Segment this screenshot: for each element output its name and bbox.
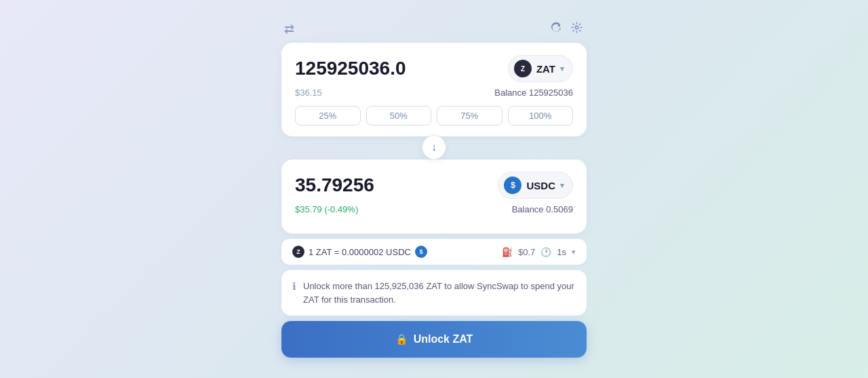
to-token-chevron: ▾	[560, 181, 564, 190]
to-card-top: $ USDC ▾	[295, 172, 573, 199]
to-card: $ USDC ▾ $35.79 (-0.49%) Balance 0.5069	[281, 159, 587, 233]
unlock-zat-button[interactable]: 🔒 Unlock ZAT	[281, 321, 587, 358]
to-usd-value: $35.79 (-0.49%)	[295, 204, 358, 214]
to-card-bottom: $35.79 (-0.49%) Balance 0.5069	[295, 204, 573, 214]
to-amount-input[interactable]	[295, 174, 465, 196]
notice-card: ℹ Unlock more than 125,925,036 ZAT to al…	[281, 270, 587, 316]
from-card-top: Z ZAT ▾	[295, 55, 573, 82]
swap-arrow-container: ↓	[281, 135, 587, 159]
gas-label: $0.7	[518, 247, 535, 257]
settings-button[interactable]	[570, 20, 584, 37]
top-bar-left: ⇄	[284, 22, 294, 37]
settings-icon	[571, 22, 583, 33]
rate-right[interactable]: ⛽ $0.7 🕐 1s ▾	[502, 247, 576, 257]
notice-icon: ℹ	[292, 280, 296, 292]
unlock-button-label: Unlock ZAT	[414, 333, 473, 345]
lock-icon: 🔒	[395, 333, 408, 345]
time-label: 1s	[557, 247, 566, 257]
time-icon: 🕐	[540, 247, 551, 257]
to-usd-change: (-0.49%)	[324, 204, 358, 214]
pct-75-button[interactable]: 75%	[437, 106, 502, 126]
to-balance-value: 0.5069	[546, 204, 573, 214]
from-balance-label: Balance	[494, 88, 526, 98]
zat-token-icon: Z	[514, 60, 532, 77]
refresh-icon	[551, 22, 561, 33]
svg-point-0	[575, 26, 578, 29]
gas-icon: ⛽	[502, 247, 513, 257]
top-bar: ⇄	[281, 20, 587, 43]
rate-bar: Z 1 ZAT = 0.0000002 USDC $ ⛽ $0.7 🕐 1s ▾	[281, 239, 587, 265]
swap-mode-icon[interactable]: ⇄	[284, 22, 294, 37]
usdc-token-icon: $	[504, 176, 521, 194]
from-usd-value: $36.15	[295, 88, 322, 98]
pct-100-button[interactable]: 100%	[508, 106, 574, 126]
swap-direction-button[interactable]: ↓	[422, 135, 446, 159]
swap-arrow-icon: ↓	[431, 141, 437, 153]
to-token-selector[interactable]: $ USDC ▾	[498, 172, 573, 199]
from-token-selector[interactable]: Z ZAT ▾	[508, 55, 573, 82]
pct-buttons: 25% 50% 75% 100%	[295, 106, 573, 126]
to-balance: Balance 0.5069	[512, 204, 573, 214]
to-balance-label: Balance	[512, 204, 544, 214]
to-usd-amount: $35.79	[295, 204, 322, 214]
pct-25-button[interactable]: 25%	[295, 106, 361, 126]
from-balance-value: 125925036	[529, 88, 573, 98]
notice-text: Unlock more than 125,925,036 ZAT to allo…	[303, 280, 576, 306]
rate-left: Z 1 ZAT = 0.0000002 USDC $	[292, 246, 427, 258]
refresh-button[interactable]	[549, 21, 563, 37]
rate-chevron: ▾	[572, 248, 576, 257]
rate-usdc-icon: $	[415, 246, 427, 258]
from-card-bottom: $36.15 Balance 125925036	[295, 88, 573, 98]
from-card: Z ZAT ▾ $36.15 Balance 125925036 25% 50%…	[281, 43, 587, 136]
swap-widget: ⇄ Z ZAT ▾ $3	[281, 20, 587, 358]
rate-zat-icon: Z	[292, 246, 304, 258]
from-token-name: ZAT	[536, 63, 555, 75]
pct-50-button[interactable]: 50%	[366, 106, 432, 126]
rate-text: 1 ZAT = 0.0000002 USDC	[309, 247, 411, 257]
top-bar-right	[549, 20, 584, 37]
from-amount-input[interactable]	[295, 58, 465, 79]
from-balance: Balance 125925036	[494, 88, 573, 98]
from-token-chevron: ▾	[560, 64, 564, 73]
to-token-name: USDC	[526, 180, 555, 191]
